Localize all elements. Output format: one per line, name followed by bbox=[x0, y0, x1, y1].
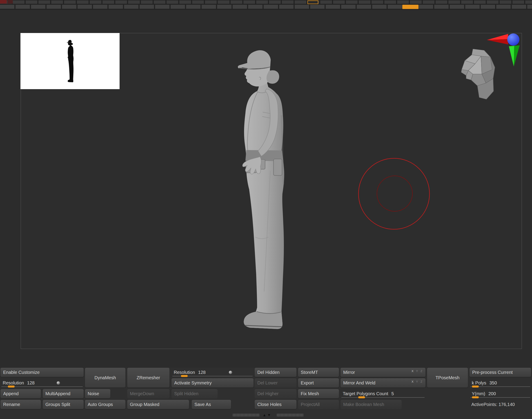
rename-button[interactable]: Rename bbox=[0, 400, 41, 409]
top-shelf-row-1 bbox=[0, 0, 532, 4]
del-lower-button[interactable]: Del Lower bbox=[255, 378, 297, 388]
axis-y-toggle[interactable]: Y bbox=[416, 380, 419, 383]
activate-symmetry-button[interactable]: Activate Symmetry bbox=[172, 378, 254, 388]
slider-handle[interactable] bbox=[472, 386, 479, 388]
resolution-slider-left[interactable]: Resolution 128 bbox=[0, 378, 84, 388]
mirror-button[interactable]: Mirror X Y Z bbox=[341, 368, 425, 377]
tool-panel: Enable Customize Resolution 128 Append M… bbox=[0, 368, 532, 419]
shelf-red-segment-2 bbox=[7, 0, 13, 4]
noise-button[interactable]: Noise bbox=[85, 389, 110, 398]
collapse-up-icon[interactable]: ▲ bbox=[262, 413, 266, 417]
slider-handle[interactable] bbox=[472, 396, 479, 398]
slider-knob-icon[interactable] bbox=[229, 371, 232, 374]
y-mm-slider[interactable]: Y(mm) 200 bbox=[469, 389, 531, 398]
collapse-down-icon[interactable]: ▼ bbox=[267, 413, 271, 417]
zbrush-window: Enable Customize Resolution 128 Append M… bbox=[0, 0, 532, 419]
preprocess-current-button[interactable]: Pre-process Current bbox=[469, 368, 531, 377]
group-masked-button[interactable]: Group Masked bbox=[127, 400, 189, 409]
sculpt-model-police-officer bbox=[235, 46, 301, 336]
nav-sphere-icon[interactable] bbox=[507, 33, 519, 46]
active-tool-indicator[interactable] bbox=[402, 5, 419, 9]
close-holes-button[interactable]: Close Holes bbox=[255, 400, 297, 409]
save-as-button[interactable]: Save As bbox=[192, 400, 231, 409]
panel-resize-handle[interactable] bbox=[233, 414, 259, 417]
nav-cone-icon[interactable] bbox=[509, 46, 514, 66]
enable-customize-button[interactable]: Enable Customize bbox=[0, 368, 84, 377]
zremesher-button[interactable]: ZRemesher bbox=[127, 368, 169, 388]
del-hidden-button[interactable]: Del Hidden bbox=[255, 368, 297, 377]
multiappend-button[interactable]: MultiAppend bbox=[43, 389, 84, 398]
tposemesh-button[interactable]: TPoseMesh bbox=[427, 368, 468, 388]
slider-handle[interactable] bbox=[8, 386, 15, 388]
document-canvas[interactable] bbox=[0, 10, 532, 368]
slider-handle[interactable] bbox=[181, 375, 188, 377]
axis-z-toggle[interactable]: Z bbox=[421, 380, 423, 383]
target-polygons-slider[interactable]: Target Polygons Count 5 bbox=[341, 389, 425, 398]
top-shelf[interactable] bbox=[0, 0, 532, 10]
tray-collapse-control[interactable]: ▲ ▼ bbox=[262, 413, 271, 417]
axis-z-toggle[interactable]: Z bbox=[421, 369, 423, 373]
axis-x-toggle[interactable]: X bbox=[411, 380, 414, 383]
k-polys-slider[interactable]: k Polys 350 bbox=[469, 378, 531, 388]
axis-y-toggle[interactable]: Y bbox=[416, 369, 419, 373]
resolution-slider-mid[interactable]: Resolution 128 bbox=[172, 368, 254, 377]
axis-toggles[interactable]: X Y Z bbox=[411, 380, 423, 383]
top-shelf-row-2 bbox=[0, 5, 532, 9]
panel-resize-handle[interactable] bbox=[277, 414, 303, 417]
frame-thumbnail bbox=[20, 33, 120, 89]
axis-toggles[interactable]: X Y Z bbox=[411, 369, 423, 373]
projectall-button[interactable]: ProjectAll bbox=[298, 400, 339, 409]
make-boolean-mesh-button[interactable]: Make Boolean Mesh bbox=[341, 400, 402, 409]
del-higher-button[interactable]: Del Higher bbox=[255, 389, 297, 398]
mergedown-button[interactable]: MergeDown bbox=[127, 389, 169, 398]
auto-groups-button[interactable]: Auto Groups bbox=[85, 400, 125, 409]
active-points-readout: ActivePoints: 176,140 bbox=[471, 400, 515, 409]
camera-head-preview[interactable] bbox=[459, 47, 496, 102]
shelf-highlight-outline bbox=[307, 0, 318, 4]
thumbnail-silhouette bbox=[67, 39, 76, 83]
shelf-red-segment bbox=[0, 0, 7, 4]
export-button[interactable]: Export bbox=[298, 378, 339, 388]
mirror-and-weld-button[interactable]: Mirror And Weld X Y Z bbox=[341, 378, 425, 388]
axis-x-toggle[interactable]: X bbox=[411, 369, 414, 373]
slider-handle[interactable] bbox=[358, 396, 365, 398]
append-button[interactable]: Append bbox=[0, 389, 41, 398]
split-hidden-button[interactable]: Split Hidden bbox=[172, 389, 218, 398]
nav-arrow-icon[interactable] bbox=[487, 34, 508, 40]
groups-split-button[interactable]: Groups Split bbox=[43, 400, 84, 409]
slider-knob-icon[interactable] bbox=[57, 381, 60, 385]
brush-cursor bbox=[357, 157, 432, 231]
dynamesh-button[interactable]: DynaMesh bbox=[85, 368, 125, 388]
storemt-button[interactable]: StoreMT bbox=[298, 368, 339, 377]
fix-mesh-button[interactable]: Fix Mesh bbox=[298, 389, 339, 398]
